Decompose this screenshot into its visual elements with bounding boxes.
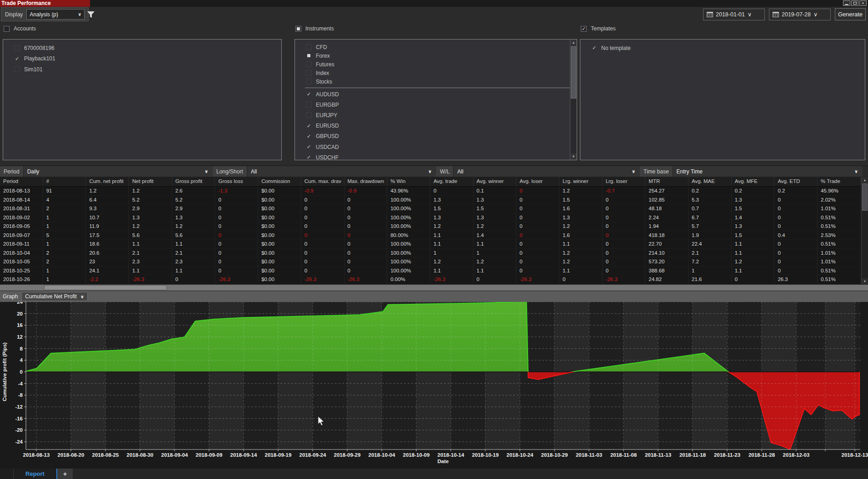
scroll-up-icon[interactable]: ▲ (862, 177, 868, 183)
table-row[interactable]: 2018-10-25124.11.11.10$0.0000100.00%1.11… (0, 267, 868, 276)
filter-time-base-dropdown[interactable]: Entry Time∨ (673, 166, 863, 177)
account-item[interactable]: Sim101 (3, 64, 281, 75)
instruments-scrollbar[interactable]: ▲ ▼ (570, 40, 577, 160)
checkbox[interactable] (306, 44, 312, 50)
scroll-down-icon[interactable]: ▼ (862, 278, 868, 284)
column-header[interactable]: Cum. net profit (86, 177, 129, 186)
accounts-checkbox[interactable] (4, 26, 10, 32)
instrument-symbol-item[interactable]: ✓USDCAD (295, 142, 577, 152)
add-tab-button[interactable]: + (57, 469, 73, 479)
filter-button[interactable] (86, 10, 95, 19)
column-header[interactable]: Net profit (129, 177, 172, 186)
instrument-type-item[interactable]: Forex (295, 51, 577, 60)
instrument-symbol-item[interactable]: ✓AUDUSD (295, 89, 577, 99)
instrument-symbol-item[interactable]: ✓EURUSD (295, 121, 577, 131)
restore-button[interactable] (851, 0, 858, 6)
table-row[interactable]: 2018-08-1446.45.25.20$0.0000100.00%1.31.… (0, 196, 868, 205)
checkbox[interactable] (306, 61, 312, 67)
checkbox[interactable]: ✓ (306, 144, 312, 150)
x-tick-label: 2018-08-20 (58, 452, 85, 458)
column-header[interactable]: Avg. trade (430, 177, 474, 186)
scroll-up-icon[interactable]: ▲ (570, 40, 577, 46)
table-cell: 0.1 (474, 187, 517, 196)
table-row[interactable]: 2018-10-052232.32.30$0.0000100.00%1.21.2… (0, 257, 868, 267)
column-header[interactable]: MTR (645, 177, 688, 186)
column-header[interactable]: Avg. ETD (774, 177, 818, 186)
checkbox[interactable] (14, 45, 20, 51)
instrument-type-item[interactable]: Futures (295, 60, 577, 69)
column-header[interactable]: Gross loss (215, 177, 258, 186)
scrollbar-thumb[interactable] (44, 285, 167, 290)
checkbox[interactable]: ✓ (306, 154, 312, 160)
instrument-type-item-label: Futures (316, 61, 334, 68)
table-scrollbar[interactable]: ▲ ▼ (861, 177, 868, 284)
tab-report[interactable]: Report (14, 469, 57, 479)
filter-period-dropdown[interactable]: Daily∨ (23, 166, 213, 177)
checkbox[interactable]: ✓ (306, 91, 312, 97)
table-row[interactable]: 2018-09-07517.55.65.60$0.000080.00%1.11.… (0, 231, 868, 240)
column-header[interactable]: Cum. max. drav (301, 177, 344, 186)
filter-win-loss-dropdown[interactable]: All∨ (453, 166, 640, 177)
table-row[interactable]: 2018-09-05111.91.21.20$0.0000100.00%1.21… (0, 222, 868, 231)
column-header[interactable]: Max. drawdown (344, 177, 388, 186)
y-tick-label: -12 (15, 404, 23, 410)
account-item[interactable]: 6700008196 (3, 43, 281, 54)
instrument-type-item[interactable]: Stocks (295, 77, 577, 86)
minimize-button[interactable] (843, 0, 850, 6)
template-item[interactable]: ✓No template (580, 43, 865, 54)
instrument-symbol-item-label: EURJPY (316, 112, 337, 119)
checkbox[interactable] (14, 66, 20, 72)
table-row[interactable]: 2018-09-11118.61.11.10$0.0000100.00%1.11… (0, 240, 868, 249)
instrument-symbol-item[interactable]: ✓USDCHF (295, 152, 577, 160)
display-dropdown[interactable]: Analysis (p) ∨ (26, 9, 85, 20)
scrollbar-thumb[interactable] (862, 183, 868, 211)
instrument-symbol-item[interactable]: EURGBP (295, 99, 577, 110)
scroll-down-icon[interactable]: ▼ (570, 153, 577, 160)
checkbox[interactable]: ✓ (591, 45, 597, 51)
table-row[interactable]: 2018-08-3129.32.92.90$0.0000100.00%1.51.… (0, 204, 868, 213)
date-to-picker[interactable]: 2019-07-28 ∨ (769, 9, 831, 20)
column-header[interactable]: Avg. MAE (688, 177, 732, 186)
table-row[interactable]: 2018-09-02110.71.31.30$0.0000100.00%1.31… (0, 213, 868, 222)
account-item[interactable]: ✓Playback101 (3, 54, 281, 64)
instrument-symbol-item[interactable]: ✓GBPUSD (295, 131, 577, 142)
table-cell: 2.1 (688, 249, 732, 258)
column-header[interactable]: Avg. winner (474, 177, 517, 186)
graph-label: Graph (3, 293, 18, 300)
generate-button[interactable]: Generate (835, 8, 866, 20)
table-cell: 1.3 (732, 222, 775, 231)
column-header[interactable]: Lrg. winner (559, 177, 603, 186)
instrument-symbol-item[interactable]: EURJPY (295, 110, 577, 120)
checkbox[interactable] (306, 53, 312, 59)
column-header[interactable]: Avg. loser (516, 177, 559, 186)
column-header[interactable]: Commission (258, 177, 301, 186)
table-row[interactable]: 2018-10-261-2.2-26.30-26.3$0.00-26.3-26.… (0, 275, 868, 284)
checkbox[interactable]: ✓ (306, 123, 312, 129)
table-row[interactable]: 2018-08-13911.21.22.6-1.3$0.00-0.9-0.943… (0, 187, 868, 196)
table-cell: 0 (301, 231, 344, 240)
column-header[interactable]: Gross profit (172, 177, 215, 186)
scrollbar-thumb[interactable] (571, 46, 576, 99)
instrument-type-item[interactable]: CFD (295, 43, 577, 51)
date-from-picker[interactable]: 2018-01-01 ∨ (703, 9, 765, 20)
graph-type-dropdown[interactable]: Cumulative Net Profit ∨ (21, 292, 88, 301)
checkbox[interactable]: ✓ (14, 56, 20, 62)
column-header[interactable]: # (43, 177, 86, 186)
column-header[interactable]: Period (0, 177, 43, 186)
table-horizontal-scrollbar[interactable] (0, 285, 868, 291)
filter-long-short-dropdown[interactable]: All∨ (247, 166, 436, 177)
checkbox[interactable] (306, 79, 312, 84)
checkbox[interactable] (306, 102, 312, 108)
checkbox[interactable] (306, 112, 312, 118)
checkbox[interactable]: ✓ (306, 133, 312, 139)
templates-checkbox[interactable]: ✓ (581, 26, 587, 32)
column-header[interactable]: Lrg. loser (603, 177, 646, 186)
column-header[interactable]: % Trade (818, 177, 861, 186)
close-button[interactable]: × (859, 0, 867, 6)
checkbox[interactable] (306, 70, 312, 76)
instrument-type-item[interactable]: Index (295, 69, 577, 77)
table-row[interactable]: 2018-10-04220.62.12.10$0.0000100.00%1101… (0, 249, 868, 258)
column-header[interactable]: % Win (387, 177, 430, 186)
instruments-checkbox[interactable] (295, 26, 301, 32)
column-header[interactable]: Avg. MFE (732, 177, 775, 186)
